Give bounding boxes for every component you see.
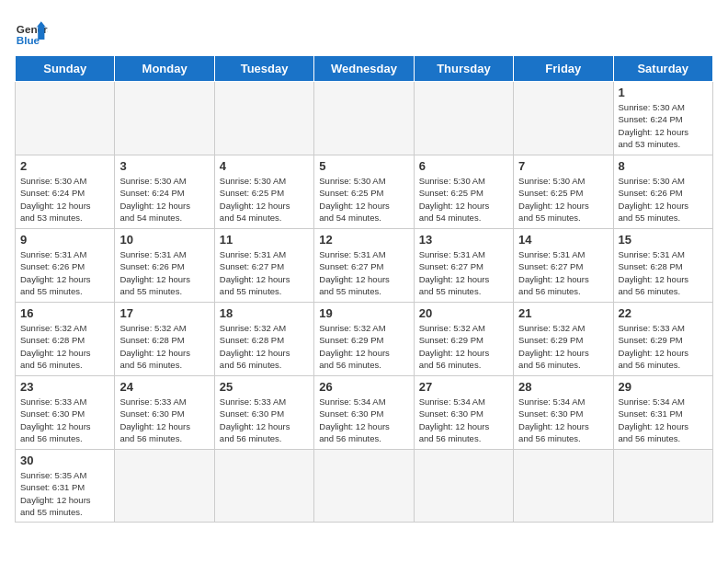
- cell-info: Sunrise: 5:34 AM Sunset: 6:30 PM Dayligh…: [319, 396, 408, 444]
- svg-text:Blue: Blue: [17, 34, 40, 46]
- calendar-cell: 8Sunrise: 5:30 AM Sunset: 6:26 PM Daylig…: [613, 155, 712, 229]
- cell-info: Sunrise: 5:32 AM Sunset: 6:28 PM Dayligh…: [20, 322, 109, 371]
- calendar-cell: 25Sunrise: 5:33 AM Sunset: 6:30 PM Dayli…: [214, 376, 313, 450]
- day-header-row: SundayMondayTuesdayWednesdayThursdayFrid…: [16, 56, 713, 82]
- date-number: 26: [319, 380, 408, 394]
- calendar-cell: 30Sunrise: 5:35 AM Sunset: 6:31 PM Dayli…: [16, 450, 115, 523]
- day-header-saturday: Saturday: [613, 56, 712, 82]
- calendar-cell: 27Sunrise: 5:34 AM Sunset: 6:30 PM Dayli…: [414, 376, 513, 450]
- day-header-wednesday: Wednesday: [314, 56, 414, 82]
- date-number: 28: [518, 380, 608, 394]
- cell-info: Sunrise: 5:30 AM Sunset: 6:24 PM Dayligh…: [119, 175, 209, 224]
- calendar-cell: 4Sunrise: 5:30 AM Sunset: 6:25 PM Daylig…: [214, 155, 313, 229]
- cell-info: Sunrise: 5:35 AM Sunset: 6:31 PM Dayligh…: [20, 469, 109, 518]
- cell-info: Sunrise: 5:30 AM Sunset: 6:25 PM Dayligh…: [220, 175, 309, 224]
- day-header-tuesday: Tuesday: [214, 56, 313, 82]
- cell-info: Sunrise: 5:31 AM Sunset: 6:27 PM Dayligh…: [319, 248, 408, 297]
- calendar-cell: [514, 450, 613, 523]
- date-number: 23: [20, 380, 109, 394]
- date-number: 6: [419, 159, 508, 173]
- date-number: 30: [20, 454, 109, 467]
- calendar-cell: [214, 82, 313, 155]
- calendar-week-1: 2Sunrise: 5:30 AM Sunset: 6:24 PM Daylig…: [16, 155, 713, 229]
- page-header: General Blue: [15, 15, 713, 48]
- calendar-cell: [314, 82, 414, 155]
- date-number: 4: [220, 159, 309, 173]
- calendar-cell: 1Sunrise: 5:30 AM Sunset: 6:24 PM Daylig…: [613, 82, 712, 155]
- cell-info: Sunrise: 5:31 AM Sunset: 6:27 PM Dayligh…: [220, 248, 309, 297]
- cell-info: Sunrise: 5:30 AM Sunset: 6:24 PM Dayligh…: [20, 175, 109, 224]
- calendar-cell: 14Sunrise: 5:31 AM Sunset: 6:27 PM Dayli…: [514, 229, 613, 303]
- cell-info: Sunrise: 5:33 AM Sunset: 6:30 PM Dayligh…: [20, 396, 109, 444]
- date-number: 18: [220, 306, 309, 320]
- calendar-cell: [214, 450, 313, 523]
- calendar-week-0: 1Sunrise: 5:30 AM Sunset: 6:24 PM Daylig…: [16, 82, 713, 155]
- date-number: 7: [518, 159, 608, 173]
- date-number: 9: [20, 233, 109, 247]
- day-header-thursday: Thursday: [414, 56, 513, 82]
- cell-info: Sunrise: 5:31 AM Sunset: 6:27 PM Dayligh…: [518, 248, 608, 297]
- date-number: 17: [119, 306, 209, 320]
- date-number: 19: [319, 306, 408, 320]
- calendar-cell: 9Sunrise: 5:31 AM Sunset: 6:26 PM Daylig…: [16, 229, 115, 303]
- calendar-table: SundayMondayTuesdayWednesdayThursdayFrid…: [15, 55, 713, 523]
- cell-info: Sunrise: 5:34 AM Sunset: 6:31 PM Dayligh…: [619, 396, 708, 444]
- cell-info: Sunrise: 5:32 AM Sunset: 6:28 PM Dayligh…: [119, 322, 209, 371]
- calendar-cell: [115, 82, 214, 155]
- calendar-week-4: 23Sunrise: 5:33 AM Sunset: 6:30 PM Dayli…: [16, 376, 713, 450]
- calendar-cell: [16, 82, 115, 155]
- calendar-week-3: 16Sunrise: 5:32 AM Sunset: 6:28 PM Dayli…: [16, 303, 713, 376]
- calendar-cell: 28Sunrise: 5:34 AM Sunset: 6:30 PM Dayli…: [514, 376, 613, 450]
- calendar-cell: 21Sunrise: 5:32 AM Sunset: 6:29 PM Dayli…: [514, 303, 613, 376]
- calendar-cell: 26Sunrise: 5:34 AM Sunset: 6:30 PM Dayli…: [314, 376, 414, 450]
- calendar-cell: 13Sunrise: 5:31 AM Sunset: 6:27 PM Dayli…: [414, 229, 513, 303]
- date-number: 3: [119, 159, 209, 173]
- date-number: 24: [119, 380, 209, 394]
- date-number: 14: [518, 233, 608, 247]
- cell-info: Sunrise: 5:33 AM Sunset: 6:30 PM Dayligh…: [220, 396, 309, 444]
- date-number: 25: [220, 380, 309, 394]
- calendar-cell: 18Sunrise: 5:32 AM Sunset: 6:28 PM Dayli…: [214, 303, 313, 376]
- calendar-cell: [613, 450, 712, 523]
- cell-info: Sunrise: 5:34 AM Sunset: 6:30 PM Dayligh…: [518, 396, 608, 444]
- logo-area: General Blue: [15, 15, 51, 48]
- date-number: 20: [419, 306, 508, 320]
- cell-info: Sunrise: 5:31 AM Sunset: 6:28 PM Dayligh…: [619, 248, 708, 297]
- calendar-cell: [314, 450, 414, 523]
- calendar-cell: 17Sunrise: 5:32 AM Sunset: 6:28 PM Dayli…: [115, 303, 214, 376]
- cell-info: Sunrise: 5:33 AM Sunset: 6:29 PM Dayligh…: [619, 322, 708, 371]
- day-header-monday: Monday: [115, 56, 214, 82]
- cell-info: Sunrise: 5:31 AM Sunset: 6:27 PM Dayligh…: [419, 248, 508, 297]
- day-header-sunday: Sunday: [16, 56, 115, 82]
- calendar-cell: [414, 450, 513, 523]
- cell-info: Sunrise: 5:32 AM Sunset: 6:29 PM Dayligh…: [419, 322, 508, 371]
- date-number: 29: [619, 380, 708, 394]
- date-number: 16: [20, 306, 109, 320]
- cell-info: Sunrise: 5:30 AM Sunset: 6:25 PM Dayligh…: [419, 175, 508, 224]
- date-number: 5: [319, 159, 408, 173]
- calendar-cell: 19Sunrise: 5:32 AM Sunset: 6:29 PM Dayli…: [314, 303, 414, 376]
- date-number: 8: [619, 159, 708, 173]
- cell-info: Sunrise: 5:34 AM Sunset: 6:30 PM Dayligh…: [419, 396, 508, 444]
- calendar-week-5: 30Sunrise: 5:35 AM Sunset: 6:31 PM Dayli…: [16, 450, 713, 523]
- calendar-cell: 23Sunrise: 5:33 AM Sunset: 6:30 PM Dayli…: [16, 376, 115, 450]
- date-number: 21: [518, 306, 608, 320]
- date-number: 13: [419, 233, 508, 247]
- calendar-cell: 11Sunrise: 5:31 AM Sunset: 6:27 PM Dayli…: [214, 229, 313, 303]
- cell-info: Sunrise: 5:30 AM Sunset: 6:26 PM Dayligh…: [619, 175, 708, 224]
- calendar-cell: [414, 82, 513, 155]
- generalblue-logo-icon: General Blue: [15, 15, 48, 48]
- calendar-cell: 16Sunrise: 5:32 AM Sunset: 6:28 PM Dayli…: [16, 303, 115, 376]
- cell-info: Sunrise: 5:30 AM Sunset: 6:25 PM Dayligh…: [319, 175, 408, 224]
- calendar-cell: 10Sunrise: 5:31 AM Sunset: 6:26 PM Dayli…: [115, 229, 214, 303]
- calendar-week-2: 9Sunrise: 5:31 AM Sunset: 6:26 PM Daylig…: [16, 229, 713, 303]
- calendar-cell: 3Sunrise: 5:30 AM Sunset: 6:24 PM Daylig…: [115, 155, 214, 229]
- date-number: 22: [619, 306, 708, 320]
- calendar-cell: 6Sunrise: 5:30 AM Sunset: 6:25 PM Daylig…: [414, 155, 513, 229]
- date-number: 12: [319, 233, 408, 247]
- date-number: 11: [220, 233, 309, 247]
- cell-info: Sunrise: 5:31 AM Sunset: 6:26 PM Dayligh…: [20, 248, 109, 297]
- date-number: 1: [619, 86, 708, 99]
- cell-info: Sunrise: 5:30 AM Sunset: 6:25 PM Dayligh…: [518, 175, 608, 224]
- calendar-cell: 24Sunrise: 5:33 AM Sunset: 6:30 PM Dayli…: [115, 376, 214, 450]
